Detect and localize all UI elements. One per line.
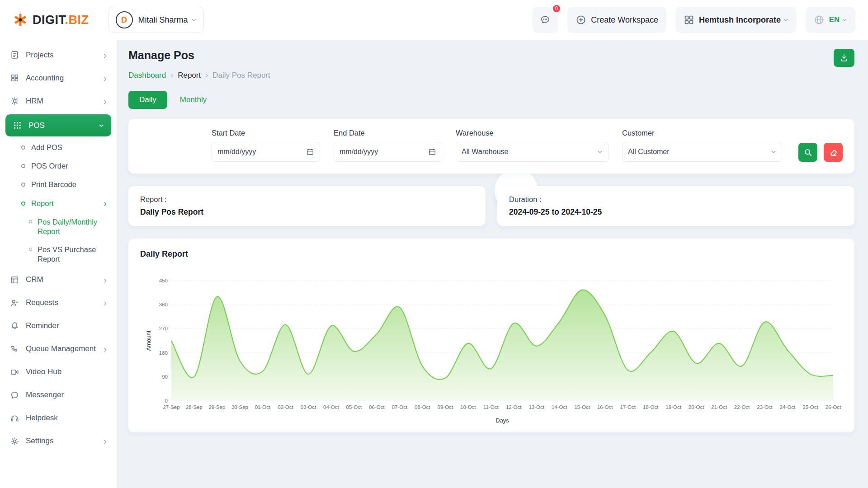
svg-text:19-Oct: 19-Oct — [665, 404, 681, 410]
sidebar-item-queue-management[interactable]: Queue Management › — [0, 338, 117, 361]
svg-text:27-Sep: 27-Sep — [163, 404, 179, 410]
svg-text:180: 180 — [159, 350, 168, 356]
sidebar-item-pos-order[interactable]: POS Order — [0, 157, 117, 175]
end-date-label: End Date — [334, 129, 442, 137]
eraser-icon — [829, 148, 838, 157]
dot-icon — [29, 248, 32, 251]
dot-icon — [29, 220, 32, 223]
chevron-down-icon: › — [841, 19, 850, 22]
svg-text:270: 270 — [159, 326, 168, 331]
svg-text:Amount: Amount — [145, 330, 152, 351]
sidebar-item-accounting[interactable]: Accounting › — [0, 66, 117, 89]
chevron-right-icon: › — [104, 51, 107, 60]
svg-text:06-Oct: 06-Oct — [369, 404, 385, 410]
download-report-button[interactable] — [834, 49, 854, 67]
sidebar-item-requests[interactable]: Requests › — [0, 291, 117, 314]
customer-label: Customer — [622, 129, 782, 137]
sidebar-item-video-hub[interactable]: Video Hub — [0, 361, 117, 384]
tab-daily[interactable]: Daily — [128, 91, 167, 109]
start-date-field-group: Start Date mm/dd/yyyy — [212, 129, 320, 162]
report-label: Report : — [140, 195, 474, 204]
breadcrumb: Dashboard › Report › Daily Pos Report — [128, 70, 854, 80]
chat-bubble-icon — [10, 390, 19, 400]
sidebar-item-report[interactable]: Report › — [0, 194, 117, 213]
sidebar-item-messenger[interactable]: Messenger — [0, 384, 117, 407]
chat-badge: 0 — [552, 4, 561, 13]
sidebar-item-pos-vs-purchase-report[interactable]: Pos VS Purchase Report — [0, 240, 117, 268]
chevron-right-icon: › — [104, 97, 107, 106]
sidebar-item-hrm[interactable]: HRM › — [0, 89, 117, 113]
chevron-right-icon: › — [104, 344, 107, 353]
svg-text:21-Oct: 21-Oct — [711, 404, 727, 410]
svg-text:22-Oct: 22-Oct — [734, 404, 750, 410]
chevron-down-icon: › — [98, 124, 107, 127]
svg-text:28-Sep: 28-Sep — [186, 404, 203, 410]
svg-text:24-Oct: 24-Oct — [780, 404, 796, 410]
sidebar-item-print-barcode[interactable]: Print Barcode — [0, 175, 117, 194]
circle-icon — [21, 201, 26, 206]
hrm-icon — [10, 96, 19, 106]
sidebar-item-pos-daily-monthly-report[interactable]: Pos Daily/Monthly Report — [0, 213, 117, 240]
svg-text:10-Oct: 10-Oct — [460, 404, 476, 410]
warehouse-select[interactable]: All Warehouse › — [456, 142, 609, 162]
start-date-input[interactable]: mm/dd/yyyy — [212, 142, 320, 162]
svg-text:26-Oct: 26-Oct — [826, 404, 841, 410]
language-code: EN — [829, 15, 840, 24]
customer-field-group: Customer All Customer › — [622, 129, 782, 162]
sidebar-item-helpdesk[interactable]: Helpdesk — [0, 407, 117, 430]
breadcrumb-dashboard[interactable]: Dashboard — [128, 71, 166, 80]
sidebar-item-settings[interactable]: Settings › — [0, 430, 117, 453]
circle-icon — [21, 182, 26, 187]
user-plus-icon — [10, 298, 19, 308]
headset-icon — [10, 413, 19, 423]
sidebar-item-projects[interactable]: Projects › — [0, 43, 117, 66]
daily-report-chart-card: Daily Report 09018027036045027-Sep28-Sep… — [128, 239, 854, 432]
language-selector[interactable]: EN › — [806, 7, 855, 33]
svg-text:20-Oct: 20-Oct — [689, 404, 704, 410]
circle-icon — [21, 145, 26, 150]
search-button[interactable] — [798, 143, 817, 162]
chevron-down-icon: › — [597, 150, 606, 154]
messages-button[interactable]: 0 — [532, 7, 558, 33]
duration-summary-card: Duration : 2024-09-25 to 2024-10-25 — [497, 186, 854, 226]
svg-text:23-Oct: 23-Oct — [757, 404, 773, 410]
page-title: Manage Pos — [128, 49, 194, 62]
download-icon — [840, 53, 849, 62]
sidebar-item-pos[interactable]: POS › — [5, 114, 111, 136]
workspace-grid-icon — [684, 14, 694, 25]
chevron-down-icon: › — [782, 19, 791, 22]
svg-text:05-Oct: 05-Oct — [346, 404, 362, 410]
chevron-right-icon: › — [205, 70, 208, 80]
circle-icon — [21, 164, 26, 169]
svg-text:11-Oct: 11-Oct — [483, 404, 499, 410]
user-name: Mitali Sharma — [138, 15, 188, 25]
chat-icon — [540, 14, 551, 25]
duration-value: 2024-09-25 to 2024-10-25 — [509, 207, 843, 217]
logo-icon — [13, 12, 28, 28]
chevron-right-icon: › — [170, 70, 173, 80]
bell-icon — [10, 321, 19, 331]
main-content: Manage Pos Dashboard › Report › Daily Po… — [117, 40, 868, 488]
end-date-field-group: End Date mm/dd/yyyy — [334, 129, 442, 162]
phone-icon — [10, 344, 19, 354]
user-avatar: D — [116, 11, 133, 28]
sidebar-item-add-pos[interactable]: Add POS — [0, 138, 117, 157]
breadcrumb-report[interactable]: Report — [178, 71, 201, 80]
create-workspace-button[interactable]: Create Workspace — [567, 7, 666, 33]
chevron-right-icon: › — [104, 199, 107, 208]
svg-text:450: 450 — [159, 278, 168, 283]
tab-monthly[interactable]: Monthly — [174, 91, 213, 109]
user-switcher[interactable]: D Mitali Sharma › — [108, 7, 204, 33]
end-date-input[interactable]: mm/dd/yyyy — [334, 142, 442, 162]
customer-select[interactable]: All Customer › — [622, 142, 782, 162]
svg-text:16-Oct: 16-Oct — [597, 404, 613, 410]
gear-icon — [10, 436, 19, 446]
workspace-selector[interactable]: Hemtush Incorporate › — [675, 7, 797, 33]
reset-filter-button[interactable] — [824, 143, 843, 162]
chevron-right-icon: › — [104, 74, 107, 83]
sidebar-item-crm[interactable]: CRM › — [0, 268, 117, 291]
svg-text:01-Oct: 01-Oct — [255, 404, 271, 410]
sidebar-item-reminder[interactable]: Reminder — [0, 314, 117, 338]
svg-text:09-Oct: 09-Oct — [438, 404, 453, 410]
svg-text:12-Oct: 12-Oct — [506, 404, 522, 410]
